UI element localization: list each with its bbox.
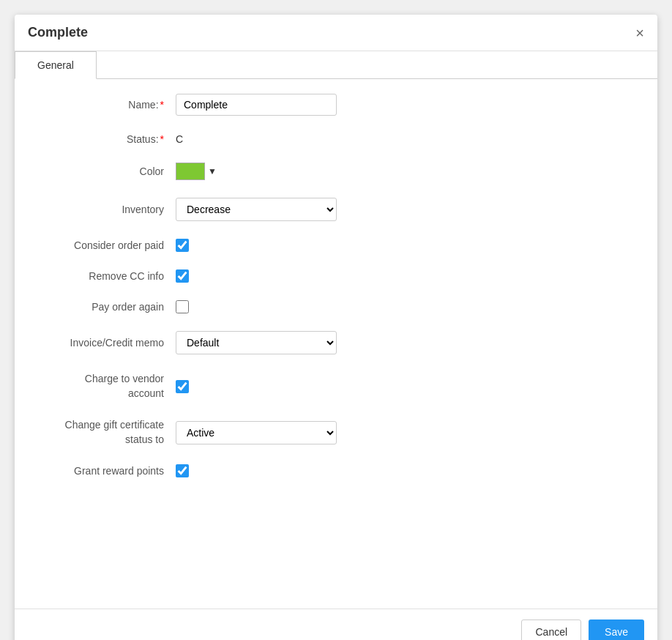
- color-picker[interactable]: ▼: [176, 163, 217, 180]
- modal-header: Complete ×: [15, 15, 657, 51]
- remove-cc-info-row: Remove CC info: [44, 269, 628, 283]
- modal: Complete × General Name:* Status:* C: [15, 15, 657, 640]
- color-label: Color: [44, 165, 176, 177]
- modal-body: General Name:* Status:* C Color: [15, 51, 657, 609]
- pay-order-again-row: Pay order again: [44, 300, 628, 313]
- form-area: Name:* Status:* C Color ▼: [15, 79, 657, 510]
- name-input[interactable]: [176, 94, 337, 116]
- grant-reward-points-row: Grant reward points: [44, 464, 628, 477]
- inventory-select[interactable]: Decrease Increase No change: [176, 198, 337, 221]
- change-gift-cert-row: Change gift certificate status to Active…: [44, 418, 628, 447]
- charge-to-vendor-checkbox[interactable]: [176, 380, 189, 393]
- modal-title: Complete: [28, 25, 88, 40]
- name-label: Name:*: [44, 99, 176, 111]
- color-row: Color ▼: [44, 163, 628, 180]
- color-arrow-icon[interactable]: ▼: [208, 166, 217, 176]
- consider-order-paid-label: Consider order paid: [44, 239, 176, 251]
- grant-reward-points-label: Grant reward points: [44, 465, 176, 477]
- status-label: Status:*: [44, 133, 176, 145]
- name-required-star: *: [160, 99, 164, 111]
- close-button[interactable]: ×: [635, 26, 644, 40]
- save-button[interactable]: Save: [589, 619, 644, 640]
- pay-order-again-checkbox[interactable]: [176, 300, 189, 313]
- remove-cc-info-checkbox[interactable]: [176, 269, 189, 283]
- change-gift-cert-label: Change gift certificate status to: [44, 418, 176, 447]
- tab-bar: General: [15, 51, 657, 79]
- charge-to-vendor-label: Charge to vendor account: [44, 372, 176, 401]
- inventory-row: Inventory Decrease Increase No change: [44, 198, 628, 221]
- color-swatch[interactable]: [176, 163, 205, 180]
- consider-order-paid-checkbox[interactable]: [176, 239, 189, 252]
- inventory-label: Inventory: [44, 204, 176, 215]
- grant-reward-points-checkbox[interactable]: [176, 464, 189, 477]
- invoice-credit-memo-row: Invoice/Credit memo Default Invoice Cred…: [44, 331, 628, 354]
- cancel-button[interactable]: Cancel: [521, 619, 581, 640]
- tab-general[interactable]: General: [15, 51, 97, 79]
- modal-footer: Cancel Save: [15, 609, 657, 640]
- invoice-credit-memo-label: Invoice/Credit memo: [44, 337, 176, 349]
- invoice-credit-memo-select[interactable]: Default Invoice Credit memo: [176, 331, 337, 354]
- status-required-star: *: [160, 133, 164, 145]
- charge-to-vendor-row: Charge to vendor account: [44, 372, 628, 401]
- status-row: Status:* C: [44, 133, 628, 145]
- name-row: Name:*: [44, 94, 628, 116]
- pay-order-again-label: Pay order again: [44, 301, 176, 313]
- remove-cc-info-label: Remove CC info: [44, 270, 176, 282]
- consider-order-paid-row: Consider order paid: [44, 239, 628, 252]
- change-gift-cert-select[interactable]: Active Inactive Disabled: [176, 421, 337, 444]
- status-value: C: [176, 133, 183, 145]
